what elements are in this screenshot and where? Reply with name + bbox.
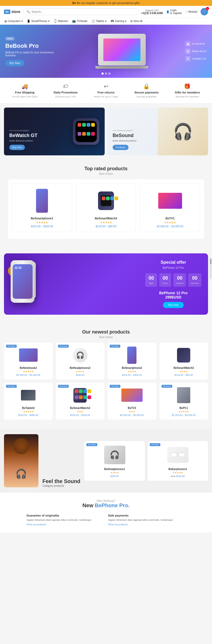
product-card-notebook2[interactable]: ON SALE BeNotebook2 ★★★★★ $2,500.00 – $3… <box>4 343 53 379</box>
hero-dot-1[interactable] <box>101 72 104 75</box>
nav-item-smartphones[interactable]: 📱 SmartPhones ▾ <box>27 19 50 23</box>
smartphones-icon: 📱 <box>27 19 30 23</box>
special-offer-price: BePhone 12 Pro 299$USD <box>145 291 201 299</box>
product-card-smartwatch2[interactable]: ON SALE BeSmartWatch2 ★★★ $100.00 – $250… <box>56 383 105 420</box>
product-card-tv1[interactable]: BeTV1 ★★★★★ $2,000.00 – $3,000.00 <box>140 183 200 232</box>
feel-sound-title: Feel the Sound <box>42 478 80 484</box>
phone-screen: 22:30 <box>13 264 33 299</box>
promo-section: Our recommendation BeWatch GT Dolor dict… <box>4 108 208 155</box>
on-sale-badge: ON SALE <box>58 385 69 388</box>
tv1-name: BeTV1 <box>144 217 196 220</box>
product-card-headphones2[interactable]: ON SALE 🎧 BeHeadphones2 ★★★★ $430.00 <box>56 343 105 379</box>
why-originality-link[interactable]: Show my products <box>26 523 104 526</box>
app-icon-blue <box>87 123 90 127</box>
tv3-price: $5,500.00 – $6,500.00 <box>111 414 153 416</box>
promo-card-watch: Our recommendation BeWatch GT Dolor dict… <box>4 108 105 155</box>
laptop-base <box>95 66 148 69</box>
watch-face-small <box>101 195 111 206</box>
tablets-icon: ⬜ <box>91 19 95 23</box>
login-button[interactable]: 👤 Login or register <box>166 9 182 15</box>
hero-specs: ▣ 32 GB RAM 🖥 Retina 4K(27) ❄ Ventilate … <box>185 41 207 61</box>
logo[interactable]: be store <box>4 10 20 14</box>
hero-dot-2[interactable] <box>105 72 107 75</box>
why-title-area: Why BeShop? New BePhone Pro. <box>4 499 208 509</box>
nav-item-tvaudio[interactable]: 📺 TV/Audio <box>72 19 87 23</box>
nav-item-computers[interactable]: 🖥 Computers ▾ <box>4 20 23 23</box>
cart-button[interactable]: 🛒 1 <box>201 8 208 15</box>
app-icon-yellow <box>91 123 95 127</box>
on-sale-badge: ON SALE <box>110 345 120 348</box>
app-icon-purple <box>78 132 81 136</box>
product-card-smartphone2[interactable]: ON SALE BeSmartphone2 ★★★★ $220.00 – $30… <box>108 343 156 379</box>
promo-watch-button[interactable]: Buy now <box>9 145 25 150</box>
search-bar: 🔍 <box>23 8 139 15</box>
feature-returns: ↩ Free returns Return for up to 7 days <box>94 83 118 98</box>
product-card-smartphone1[interactable]: BeSmartphone1 ★★★★★ $210.00 – $250.00 <box>12 183 72 232</box>
promo-sound-button[interactable]: Products <box>113 145 129 150</box>
hero-image-area <box>93 33 151 70</box>
scroll-indicator[interactable] <box>210 258 211 279</box>
why-payments-link[interactable]: Show my products <box>108 523 186 526</box>
features-bar: 🚚 Free Shipping For all orders over $200… <box>0 78 212 104</box>
scroll-thumb[interactable] <box>210 259 211 264</box>
smartwatch2-image <box>59 386 101 404</box>
headphones2-price: $430.00 <box>59 374 101 376</box>
shipping-icon: 🚚 <box>21 83 28 89</box>
tv-shape <box>158 193 182 209</box>
app-icon-orange <box>82 132 86 136</box>
product-card-tablet2[interactable]: ON SALE BeTablet2 ★★★★★ $310.00 – $480.0… <box>4 383 53 420</box>
hero-buy-button[interactable]: Buy Now <box>5 60 24 66</box>
woman-with-headphones-icon: 🎧 <box>173 122 193 141</box>
hero-banner: NEW BeBook Pro BeBook Pro is ready for y… <box>0 25 212 78</box>
gifts-icon: 🎁 <box>184 83 191 89</box>
product-card-tv3[interactable]: ON SALE BeTV3 ★★★ $5,500.00 – $6,500.00 <box>108 383 156 420</box>
smartwatch3-price: $118.00 – $80.00 <box>80 225 132 228</box>
laptop-screen <box>103 39 140 61</box>
special-offer-buy-button[interactable]: Buy now <box>163 302 184 308</box>
headphones2-name: BeHeadphones2 <box>59 366 101 369</box>
ram-icon: ▣ <box>185 41 191 46</box>
support-phone: +1(23) 3.536.6286 <box>141 12 163 15</box>
top-banner-text: Be Be our regular customer to get person… <box>72 1 140 5</box>
payments-icon: 🔒 <box>143 83 150 89</box>
nav-item-viewall[interactable]: ⊞ View all <box>130 20 142 23</box>
earphones-svg <box>170 450 186 460</box>
promotions-icon: 🏷 <box>63 83 68 89</box>
product-card-pc1[interactable]: ON SALE BePC1 ★★★★★ $2,250.00 – $2,500.0… <box>160 383 208 420</box>
why-originality-desc: Sapien Nimentum diam egestas tellus comm… <box>26 518 104 522</box>
nav-item-watches[interactable]: ⌚ Watches <box>54 19 68 23</box>
search-input[interactable] <box>32 10 135 13</box>
smartphone1-price: $210.00 – $250.00 <box>16 225 68 228</box>
woman-image: 🎧 <box>4 434 38 487</box>
earphones1-price: $165 $105.00 <box>151 475 205 477</box>
phone-display: 22:30 <box>11 260 48 303</box>
wishlist-button[interactable]: ♡ Wishlist <box>185 10 197 13</box>
product-card-smartwatch3[interactable]: BeSmartWatch3 ★★★★★ $118.00 – $80.00 <box>76 183 136 232</box>
feel-sound-content: 🎧 Feel the Sound Category products ON SA… <box>4 434 208 487</box>
countdown-days: 00 days <box>145 273 157 287</box>
hero-dot-3[interactable] <box>108 72 111 75</box>
nav-item-tablets[interactable]: ⬜ Tablets ▾ <box>91 19 107 23</box>
hero-laptop-image <box>93 33 151 70</box>
tv3-image <box>111 386 153 404</box>
why-heading: New BePhone Pro. <box>4 502 208 509</box>
smartphone2-image <box>111 346 153 364</box>
feel-sound-text: Feel the Sound Category products <box>42 478 80 487</box>
countdown-seconds: 00 seconds <box>188 273 201 287</box>
countdown-hours: 00 hours <box>159 273 171 287</box>
nav-item-gaming[interactable]: 🎮 Gaming ▾ <box>111 19 126 23</box>
headphones1-image: 🎧 <box>87 444 142 466</box>
product-card-smartwatch3-new[interactable]: BeSmartWatch3 ★★★★ $118.00 – $90.00 <box>160 343 208 379</box>
why-originality-title: Guarantee of originality <box>26 514 104 517</box>
support-label: Support 24/7 <box>141 9 163 12</box>
feel-product-earphones1[interactable]: ON SALE BeEarphones1 ★★★★★ $165 $105.00 <box>148 441 208 481</box>
logo-text: store <box>11 10 20 14</box>
feel-product-headphones1[interactable]: ON SALE 🎧 BeHeadphones1 ★★★★ $299.00 <box>84 441 145 481</box>
returns-icon: ↩ <box>104 83 108 89</box>
why-payments-title: Safe payments <box>108 514 186 517</box>
pc-shape <box>177 387 190 403</box>
smartwatch3-image <box>80 187 132 214</box>
earphones1-stars: ★★★★★ <box>151 471 205 474</box>
tv3-name: BeTV3 <box>111 407 153 410</box>
hero-subtitle: BeBook Pro is ready for your ecommerce b… <box>5 51 58 57</box>
